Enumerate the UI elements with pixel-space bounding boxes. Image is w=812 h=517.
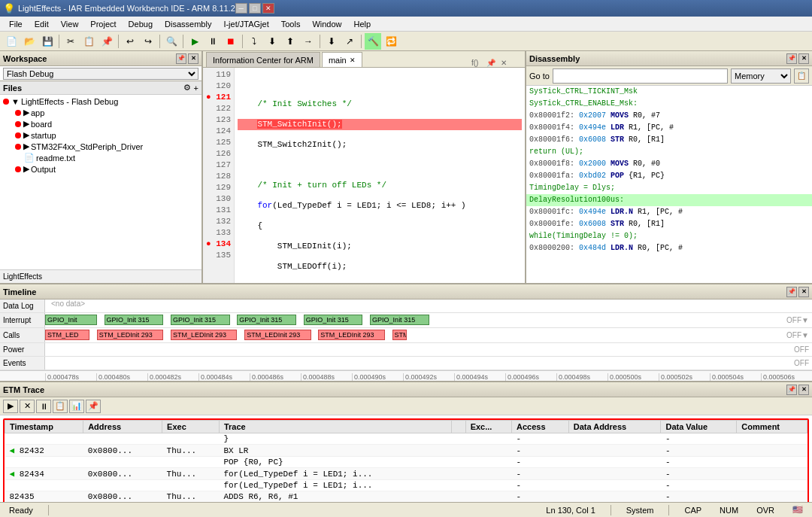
workspace-add-icon[interactable]: + [194,84,198,93]
timeline-pin-btn[interactable]: 📌 [786,287,797,297]
ln-133: 133 [206,227,231,239]
tl-nodata: <no data> [45,300,91,308]
close-button[interactable]: ✕ [262,3,274,14]
toolbar-separator-7 [361,35,362,48]
trace-5: ADDS R6, R6, #1 [219,491,451,503]
maximize-button[interactable]: □ [249,3,261,14]
ln-135: 135 [206,250,231,261]
debug-stop-button[interactable]: ⏹ [223,33,239,50]
build-button[interactable]: 🔨 [365,33,381,50]
menu-project[interactable]: Project [84,18,122,30]
menu-window[interactable]: Window [306,18,347,30]
menu-file[interactable]: File [3,18,29,30]
etm-pause-btn[interactable]: ⏸ [36,400,51,413]
workspace-settings-icon[interactable]: ⚙ [183,83,191,93]
etm-play-btn[interactable]: ▶ [3,400,18,413]
panel-close-icon[interactable]: ✕ [501,59,507,67]
etm-row-4[interactable]: for(Led_TypeDef i = LED1; i... - - [5,480,807,491]
tree-item-app[interactable]: ▶ app [2,107,200,118]
panel-pin-icon[interactable]: 📌 [486,59,495,67]
workspace-close-btn[interactable]: ✕ [188,53,198,64]
redo-button[interactable]: ↪ [140,33,156,50]
file-tree: ▼ LightEffects - Flash Debug ▶ app ▶ boa… [0,95,201,269]
ln-125: 125 [206,137,231,148]
menu-debug[interactable]: Debug [123,18,159,30]
etm-row-2[interactable]: POP {R0, PC} - - [5,457,807,468]
dval-5: - [661,491,737,503]
tick-12: 0.000502s [659,373,710,381]
etm-row-3[interactable]: ◀ 82434 0x0800... Thu... for(Led_TypeDef… [5,468,807,480]
tab-main[interactable]: main ✕ [322,52,362,67]
menu-view[interactable]: View [55,18,85,30]
ln-122: 122 [206,103,231,114]
tl-track-datalog: <no data> [45,300,806,312]
run-to-cursor-button[interactable]: ↗ [341,33,358,50]
menu-ijet[interactable]: I-jet/JTAGjet [217,18,274,30]
tl-off-events: OFF [791,359,812,367]
tick-7: 0.000492s [403,373,454,381]
function-indicator: f() [471,59,478,67]
etm-pin-toolbar-btn[interactable]: 📌 [86,400,101,413]
etm-row-5[interactable]: 82435 0x0800... Thu... ADDS R6, R6, #1 -… [5,491,807,503]
files-header: Files ⚙ + [0,81,201,95]
menu-help[interactable]: Help [348,18,377,30]
tree-item-lighteffects[interactable]: ▼ LightEffects - Flash Debug [2,96,200,107]
disassembly-close-btn[interactable]: ✕ [798,53,809,64]
tree-item-readme[interactable]: 📄 readme.txt [2,152,200,163]
etm-close-btn[interactable]: ✕ [798,385,809,395]
tab-info-center[interactable]: Information Center for ARM [206,52,320,67]
ruler-labels: 0.000478s 0.000480s 0.000482s 0.000484s … [45,373,812,381]
tl-stmled-1: STM_LEDInit 293 [97,330,163,340]
etm-panel: ETM Trace 📌 ✕ ▶ ✕ ⏸ 📋 📊 📌 Timestamp Addr… [0,382,812,502]
tree-item-board[interactable]: ▶ board [2,118,200,129]
col-exc: Exc... [465,421,511,433]
step-out-button[interactable]: ⬆ [282,33,298,50]
etm-copy-btn[interactable]: 📋 [53,400,68,413]
etm-pin-btn[interactable]: 📌 [786,385,797,395]
ln-132: 132 [206,216,231,227]
debug-go-button[interactable]: ▶ [186,33,203,50]
config-select[interactable]: Flash Debug Flash Release [3,68,198,80]
project-status-dot [3,99,9,105]
empty-4 [451,480,465,491]
download-button[interactable]: ⬇ [323,33,340,50]
code-line-127: STM_LEDInit(i); [238,241,522,252]
goto-input[interactable] [553,68,728,84]
disassembly-pin-btn[interactable]: 📌 [786,53,797,64]
col-empty [451,421,465,433]
tab-main-close[interactable]: ✕ [350,56,356,64]
menu-tools[interactable]: Tools [275,18,307,30]
step-over-button[interactable]: ⤵ [246,33,262,50]
find-button[interactable]: 🔍 [163,33,180,50]
copy-button[interactable]: 📋 [80,33,97,50]
menu-disassembly[interactable]: Disassembly [159,18,217,30]
disasm-copy-btn[interactable]: 📋 [794,68,809,84]
undo-button[interactable]: ↩ [122,33,138,50]
etm-row-1[interactable]: ◀ 82432 0x0800... Thu... BX LR - - [5,445,807,457]
save-button[interactable]: 💾 [39,33,56,50]
rebuild-button[interactable]: 🔁 [383,33,399,50]
paste-button[interactable]: 📌 [98,33,115,50]
access-1: - [511,445,568,457]
tree-item-output[interactable]: ▶ Output [2,163,200,175]
cut-button[interactable]: ✂ [62,33,79,50]
menu-edit[interactable]: Edit [29,18,55,30]
memory-select[interactable]: Memory Code Data [731,68,791,84]
minimize-button[interactable]: ─ [235,3,247,14]
timeline-close-btn[interactable]: ✕ [798,287,809,297]
etm-row-0[interactable]: } - - [5,433,807,445]
workspace-pin-btn[interactable]: 📌 [176,53,186,64]
new-button[interactable]: 📄 [3,33,20,50]
debug-break-button[interactable]: ⏸ [205,33,221,50]
code-line-122: STM_Switch2Init(); [238,139,522,151]
etm-stop-btn[interactable]: ✕ [20,400,35,413]
tree-item-driver[interactable]: ▶ STM32F4xx_StdPeriph_Driver [2,141,200,152]
open-button[interactable]: 📂 [21,33,38,50]
code-content[interactable]: /* Init Switches */ STM_SwitchInit(); ST… [235,68,525,283]
step-next-stmt-button[interactable]: → [300,33,317,50]
step-into-button[interactable]: ⬇ [264,33,280,50]
workspace-config-dropdown[interactable]: Flash Debug Flash Release [0,66,201,81]
etm-chart-btn[interactable]: 📊 [69,400,84,413]
tree-item-startup[interactable]: ▶ startup [2,129,200,141]
tl-off-power: OFF [791,345,812,354]
